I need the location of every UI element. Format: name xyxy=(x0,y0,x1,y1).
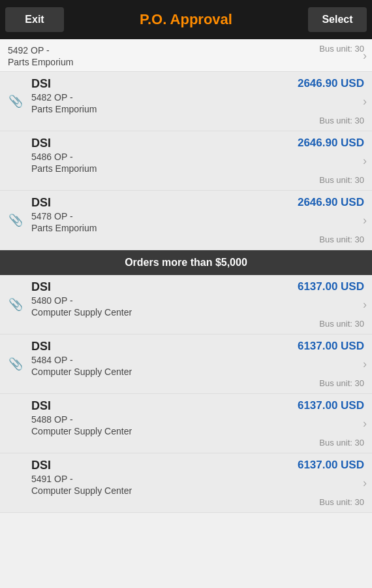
chevron-icon: › xyxy=(363,298,367,312)
item-amount: 6137.00 USD xyxy=(298,459,364,472)
bus-unit: Bus unit: 30 xyxy=(319,319,364,329)
exit-button[interactable]: Exit xyxy=(5,7,64,32)
list-item[interactable]: 📎 DSI 2646.90 USD 5482 OP - Parts Empori… xyxy=(0,72,372,131)
item-name: DSI xyxy=(31,280,51,294)
item-name: DSI xyxy=(31,77,51,91)
item-name: DSI xyxy=(31,137,51,150)
item-vendor: Computer Supply Center xyxy=(31,426,364,436)
bus-unit: Bus unit: 30 xyxy=(319,175,364,185)
item-vendor: Parts Emporium xyxy=(31,104,364,114)
select-button[interactable]: Select xyxy=(308,7,367,32)
list-container: 5492 OP - Bus unit: 30 Parts Emporium › … xyxy=(0,39,372,588)
chevron-icon: › xyxy=(363,154,367,168)
chevron-icon: › xyxy=(363,357,367,371)
item-vendor: Parts Emporium xyxy=(31,163,364,174)
item-vendor: Parts Emporium xyxy=(8,57,364,67)
list-item[interactable]: DSI 6137.00 USD 5491 OP - Computer Suppl… xyxy=(0,453,372,513)
attachment-icon: 📎 xyxy=(8,297,23,312)
item-vendor: Computer Supply Center xyxy=(31,367,364,377)
item-vendor: Computer Supply Center xyxy=(31,485,364,496)
bus-unit: Bus unit: 30 xyxy=(319,497,364,507)
attachment-icon: 📎 xyxy=(8,356,23,372)
chevron-icon: › xyxy=(363,95,367,108)
item-op-number: 5486 OP - xyxy=(31,152,364,162)
item-name: DSI xyxy=(31,340,51,353)
chevron-icon: › xyxy=(363,214,367,227)
item-amount: 6137.00 USD xyxy=(298,340,364,353)
bus-unit: Bus unit: 30 xyxy=(319,438,364,448)
item-amount: 6137.00 USD xyxy=(298,399,364,412)
item-op-number: 5491 OP - xyxy=(31,474,364,484)
list-item[interactable]: DSI 2646.90 USD 5486 OP - Parts Emporium… xyxy=(0,131,372,191)
item-vendor: Computer Supply Center xyxy=(31,307,364,318)
item-op-number: 5484 OP - xyxy=(31,355,364,365)
bus-unit: Bus unit: 30 xyxy=(319,235,364,244)
item-op-number: 5492 OP - xyxy=(8,45,50,56)
item-name: DSI xyxy=(31,196,51,210)
item-op-number: 5478 OP - xyxy=(31,211,364,221)
list-item[interactable]: 5492 OP - Bus unit: 30 Parts Emporium › xyxy=(0,39,372,72)
item-amount: 6137.00 USD xyxy=(298,280,364,293)
chevron-icon: › xyxy=(363,417,367,431)
bus-unit: Bus unit: 30 xyxy=(319,116,364,125)
item-name: DSI xyxy=(31,399,51,413)
list-item[interactable]: 📎 DSI 6137.00 USD 5484 OP - Computer Sup… xyxy=(0,335,372,394)
item-op-number: 5488 OP - xyxy=(31,414,364,425)
section-header: Orders more than $5,000 xyxy=(0,250,372,275)
item-amount: 2646.90 USD xyxy=(298,196,364,209)
item-vendor: Parts Emporium xyxy=(31,223,364,233)
item-op-number: 5482 OP - xyxy=(31,92,364,103)
item-op-number: 5480 OP - xyxy=(31,295,364,306)
item-amount: 2646.90 USD xyxy=(298,137,364,150)
item-name: DSI xyxy=(31,459,51,472)
header: Exit P.O. Approval Select xyxy=(0,0,372,39)
attachment-icon: 📎 xyxy=(8,93,23,109)
list-item[interactable]: DSI 6137.00 USD 5488 OP - Computer Suppl… xyxy=(0,394,372,453)
chevron-icon: › xyxy=(363,476,367,490)
list-item[interactable]: 📎 DSI 2646.90 USD 5478 OP - Parts Empori… xyxy=(0,191,372,250)
page-title: P.O. Approval xyxy=(140,11,232,28)
attachment-icon: 📎 xyxy=(8,212,23,228)
bus-unit: Bus unit: 30 xyxy=(319,44,364,56)
list-item[interactable]: 📎 DSI 6137.00 USD 5480 OP - Computer Sup… xyxy=(0,275,372,335)
bus-unit: Bus unit: 30 xyxy=(319,378,364,388)
chevron-icon: › xyxy=(363,48,367,62)
item-amount: 2646.90 USD xyxy=(298,77,364,90)
